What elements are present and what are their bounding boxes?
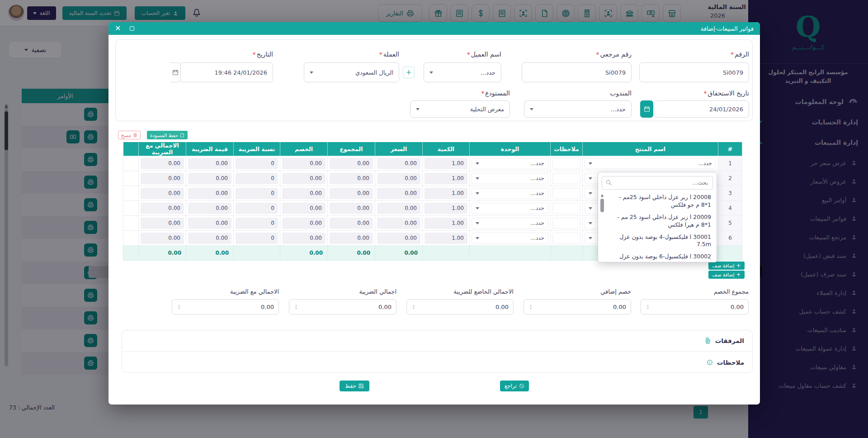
add-row-button[interactable]: +إضافة صف xyxy=(708,262,745,270)
row-index: 1 xyxy=(718,156,742,171)
clear-button[interactable]: مسح xyxy=(118,131,141,139)
close-icon[interactable]: ✕ xyxy=(115,25,121,32)
unit-select[interactable]: حدد... xyxy=(472,218,548,229)
column-header: اسم المنتج xyxy=(583,142,718,156)
add-customer-button[interactable]: + xyxy=(403,67,415,78)
notes-input[interactable] xyxy=(552,233,580,244)
attachments-card: المرفقات ملاحظات xyxy=(122,330,753,373)
save-draft-button[interactable]: حفظ المسودة xyxy=(147,131,188,139)
dropdown-option[interactable]: 30001 ا فليكسبول-4 بوصة بدون عزل 7.5m xyxy=(608,231,712,251)
chevron-down-icon xyxy=(589,207,592,209)
save-button[interactable]: حفظ xyxy=(340,381,369,391)
search-icon xyxy=(605,179,612,186)
date-input[interactable]: 19:46 24/01/2026 xyxy=(180,62,273,82)
customer-select[interactable]: حدد... xyxy=(424,62,501,82)
tax-rate-input[interactable]: 0 xyxy=(236,188,278,199)
column-header: # xyxy=(718,142,742,156)
qty-input[interactable]: 1.00 xyxy=(425,173,467,184)
price-input[interactable]: 0.00 xyxy=(377,188,420,199)
due-date-picker-button[interactable] xyxy=(640,100,653,118)
total-with-tax-value: 0.00 xyxy=(141,188,184,199)
summary-input[interactable]: 0.00 xyxy=(406,299,514,314)
notes-input[interactable] xyxy=(552,173,580,184)
discount-input[interactable]: 0.00 xyxy=(282,203,326,214)
tax-rate-input[interactable]: 0 xyxy=(236,233,278,244)
column-header: المجموع xyxy=(328,142,375,156)
unit-select[interactable]: حدد... xyxy=(472,158,548,169)
reference-input[interactable]: Si0079 xyxy=(522,62,632,82)
unit-select[interactable]: حدد... xyxy=(472,203,548,214)
summary-input[interactable]: 0.00 xyxy=(172,299,279,314)
scrollbar-thumb[interactable] xyxy=(600,199,604,212)
qty-input[interactable]: 1.00 xyxy=(425,158,467,169)
row-actions-cell xyxy=(123,171,139,186)
product-select[interactable]: حدد... xyxy=(585,158,716,169)
summary-field: الاجمالي الخاضع للضريبة0.00 xyxy=(406,288,514,314)
discount-input[interactable]: 0.00 xyxy=(282,158,326,169)
warehouse-select[interactable]: معرض التحلية xyxy=(410,100,510,118)
price-input[interactable]: 0.00 xyxy=(377,173,420,184)
discount-input[interactable]: 0.00 xyxy=(282,173,326,184)
total-with-tax-value: 0.00 xyxy=(141,218,184,229)
chevron-down-icon xyxy=(429,71,433,74)
summary-input[interactable]: 0.00 xyxy=(524,299,631,314)
info-icon xyxy=(707,359,713,366)
total-with-tax-value: 0.00 xyxy=(141,203,184,214)
qty-input[interactable]: 1.00 xyxy=(425,233,467,244)
discount-input[interactable]: 0.00 xyxy=(282,218,326,229)
summary-input[interactable]: 0.00 xyxy=(289,299,396,314)
summary-label: خصم إضافي xyxy=(524,288,631,295)
notes-input[interactable] xyxy=(552,203,580,214)
tax-rate-input[interactable]: 0 xyxy=(236,173,278,184)
notes-input[interactable] xyxy=(552,218,580,229)
qty-input[interactable]: 1.00 xyxy=(425,188,467,199)
salesman-select[interactable]: حدد... xyxy=(524,100,632,118)
chevron-down-icon xyxy=(589,237,592,239)
row-index: 6 xyxy=(718,231,742,246)
tax-rate-input[interactable]: 0 xyxy=(236,158,278,169)
price-input[interactable]: 0.00 xyxy=(377,158,420,169)
notes-section[interactable]: ملاحظات xyxy=(122,352,752,373)
tax-value: 0.00 xyxy=(188,173,231,184)
scroll-up-icon[interactable] xyxy=(601,194,604,197)
discount-input[interactable]: 0.00 xyxy=(282,233,326,244)
price-input[interactable]: 0.00 xyxy=(377,203,420,214)
add-row-button[interactable]: +إضافة صف xyxy=(708,271,745,279)
maximize-icon[interactable] xyxy=(130,26,134,31)
discount-input[interactable]: 0.00 xyxy=(282,188,326,199)
attachments-label: المرفقات xyxy=(715,337,744,344)
tax-value: 0.00 xyxy=(188,218,231,229)
tax-rate-input[interactable]: 0 xyxy=(236,218,278,229)
row-actions-cell xyxy=(123,216,139,231)
cancel-button[interactable]: تراجع xyxy=(500,381,529,391)
total-value: 0.00 xyxy=(330,203,373,214)
app-root: اللغة تحديد السنة المالية تغير الحساب ال… xyxy=(0,0,868,438)
due-date-input[interactable]: 24/01/2026 xyxy=(654,100,749,118)
chevron-down-icon xyxy=(476,162,479,165)
dropdown-option[interactable]: 20009 ا ربر عزل داخلي اسود 25 مم - 1*8 م… xyxy=(608,211,712,231)
dropdown-option[interactable]: 30002 ا فليكسبول-6 بوصة بدون عزل 7.5m xyxy=(608,251,712,262)
dropdown-search-input[interactable] xyxy=(602,176,713,190)
price-input[interactable]: 0.00 xyxy=(377,233,420,244)
chevron-down-icon xyxy=(589,177,592,180)
grid-header-row: #اسم المنتجملاحظاتالوحدةالكميةالسعرالمجم… xyxy=(123,142,742,156)
tax-rate-input[interactable]: 0 xyxy=(236,203,278,214)
dropdown-scrollbar[interactable] xyxy=(600,194,604,260)
tax-value: 0.00 xyxy=(188,158,231,169)
date-picker-button[interactable] xyxy=(170,62,181,82)
unit-select[interactable]: حدد... xyxy=(472,173,548,184)
summary-input[interactable]: 0.00 xyxy=(641,299,749,314)
actions-column-header xyxy=(123,142,139,156)
unit-select[interactable]: حدد... xyxy=(472,188,548,199)
dropdown-option[interactable]: 20008 ا ربر عزل داخلي اسود 25مم - 1*8 م … xyxy=(608,191,712,211)
row-actions-cell xyxy=(123,186,139,201)
unit-select[interactable]: حدد... xyxy=(472,233,548,244)
qty-input[interactable]: 1.00 xyxy=(425,203,467,214)
attachments-section[interactable]: المرفقات xyxy=(122,330,752,352)
notes-input[interactable] xyxy=(552,158,580,169)
qty-input[interactable]: 1.00 xyxy=(425,218,467,229)
currency-select[interactable]: الريال السعودي xyxy=(304,62,399,82)
notes-input[interactable] xyxy=(552,188,580,199)
number-input[interactable]: Si0079 xyxy=(639,62,749,82)
price-input[interactable]: 0.00 xyxy=(377,218,420,229)
